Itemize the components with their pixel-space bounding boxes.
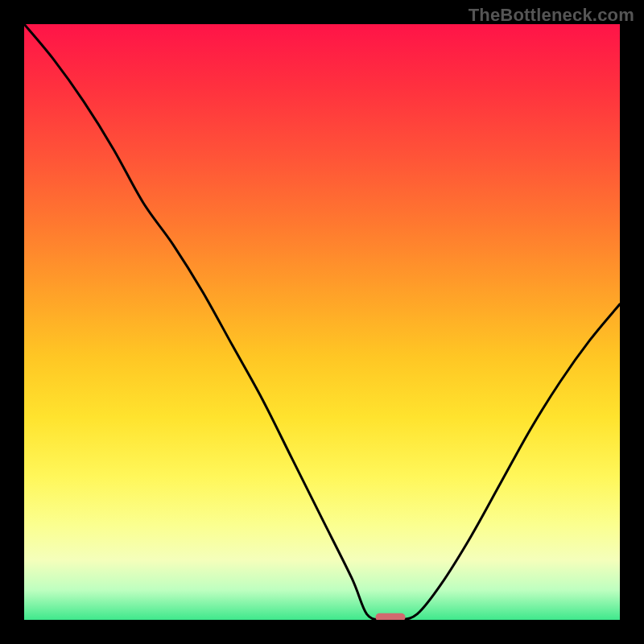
optimum-marker — [376, 613, 406, 620]
watermark-text: TheBottleneck.com — [469, 5, 634, 26]
bottleneck-curve — [24, 24, 620, 620]
plot-area — [24, 24, 620, 620]
chart-frame: TheBottleneck.com — [0, 0, 644, 644]
curve-path — [24, 24, 620, 620]
